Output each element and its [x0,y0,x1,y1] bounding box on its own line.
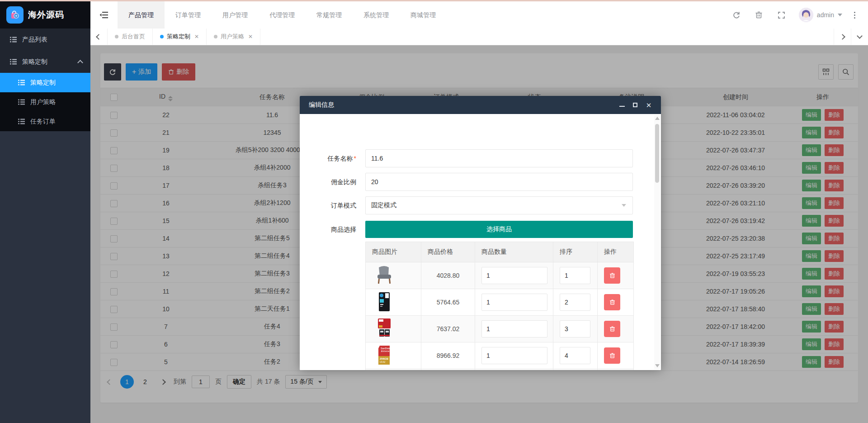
product-select-label: 商品选择 [300,221,362,238]
tab-close-icon[interactable]: ✕ [248,33,253,40]
maximize-icon[interactable] [633,103,637,107]
tab-close-icon[interactable]: ✕ [194,33,199,40]
product-sort-input[interactable] [560,320,590,337]
tab-strategy-custom[interactable]: 策略定制✕ [153,29,207,45]
sidebar-item-product-list[interactable]: 产品列表 [0,29,90,51]
product-price: 4028.80 [421,262,475,289]
nav-item-mall-management[interactable]: 商城管理 [400,1,447,29]
svg-text:U3 A2: U3 A2 [380,361,386,363]
commission-label: 佣金比例 [300,173,362,191]
product-price: 9477.85 [421,369,475,370]
product-qty-input[interactable] [481,294,547,311]
product-qty-input[interactable] [481,320,547,337]
tab-user-strategy[interactable]: 用户策略✕ [207,29,260,45]
product-delete-button[interactable] [604,321,620,337]
top-nav-right: admin [731,8,868,22]
product-delete-button[interactable] [604,294,620,310]
modal-scrollbar[interactable] [654,115,660,369]
task-name-label: 任务名称* [300,149,362,167]
trash-icon [609,299,615,305]
nav-item-user-management[interactable]: 用户管理 [212,1,259,29]
collapse-sidebar-icon[interactable] [90,1,118,29]
select-caret-icon [622,204,626,207]
modal-header[interactable]: 编辑信息 ✕ [300,96,661,114]
product-qty-input[interactable] [481,267,547,284]
product-column-actions: 操作 [598,242,633,262]
tab-label: 用户策略 [221,33,244,41]
commission-input[interactable] [365,173,633,191]
brand-name: 海外源码 [28,9,64,21]
brand-logo-icon [6,6,24,24]
list-icon [10,59,17,65]
product-qty-input[interactable] [481,347,547,364]
product-price: 5764.65 [421,289,475,315]
more-options-icon[interactable] [854,12,855,19]
top-nav: 产品管理订单管理用户管理代理管理常规管理系统管理商城管理 [90,1,868,29]
sidebar-submenu: 策略定制用户策略任务订单 [0,73,90,131]
svg-text:Extreme: Extreme [381,350,390,352]
trash-icon [609,326,615,332]
nav-item-product-management[interactable]: 产品管理 [118,1,165,29]
nav-item-general-management[interactable]: 常规管理 [306,1,353,29]
user-caret-icon [838,14,842,16]
product-column-sort: 排序 [553,242,598,262]
sidebar-group-strategy-custom-group[interactable]: 策略定制 [0,51,90,73]
chevron-up-icon [77,60,83,66]
product-table-body: 4028.805764.657637.02SanDiskExtreme256GB… [366,262,633,370]
tabs-menu-dropdown[interactable] [851,29,868,45]
list-icon [18,99,25,105]
tab-home[interactable]: 后台首页 [108,29,153,45]
side-menu: 产品列表策略定制策略定制用户策略任务订单 [0,29,90,131]
tabs-scroll-right[interactable] [834,29,851,45]
product-delete-button[interactable] [604,347,620,364]
scroll-up-icon[interactable] [655,117,660,120]
required-asterisk: * [354,155,356,162]
nav-item-agent-management[interactable]: 代理管理 [259,1,306,29]
nav-item-order-management[interactable]: 订单管理 [165,1,212,29]
product-sort-input[interactable] [560,294,590,311]
product-image-red-memory-kit [372,318,396,340]
product-row: 4028.80 [366,262,633,289]
product-sort-input[interactable] [560,267,590,284]
order-mode-select[interactable]: 固定模式 [365,196,633,214]
user-menu[interactable]: admin [799,8,842,22]
tab-label: 后台首页 [122,33,145,41]
tab-status-dot [115,35,118,38]
select-product-button[interactable]: 选择商品 [365,221,633,238]
fullscreen-icon[interactable] [776,10,787,20]
minimize-icon[interactable] [619,103,625,107]
scroll-thumb[interactable] [655,124,659,183]
nav-item-system-management[interactable]: 系统管理 [353,1,400,29]
product-image-sandisk-extreme: SanDiskExtreme256GBU3 A2 [372,345,396,367]
product-price: 8966.92 [421,342,475,369]
trash-icon [609,352,615,359]
task-name-input[interactable] [365,149,633,167]
modal-body: 任务名称* 佣金比例 订单模式 固定模式 商品选择 选择商品 商品图片 商品价格… [300,114,661,370]
close-icon[interactable]: ✕ [646,102,652,108]
product-delete-button[interactable] [604,267,620,284]
clear-cache-trash-icon[interactable] [754,10,764,20]
list-icon [10,37,17,43]
product-row: 5764.65 [366,289,633,316]
scroll-down-icon[interactable] [655,364,660,367]
edit-modal: 编辑信息 ✕ 任务名称* 佣金比例 订单模式 固定模式 商品选择 选择商品 商 [300,96,661,370]
product-row: SanDiskExtreme256GBU3 A28966.92 [366,342,633,369]
tabs-scroll-left[interactable] [90,29,108,45]
sidebar-subitem-label: 策略定制 [30,79,56,87]
tab-status-dot [160,35,164,38]
refresh-icon[interactable] [731,10,742,20]
sidebar-item-label: 产品列表 [22,36,47,44]
list-icon [18,119,25,124]
sidebar-subitem-task-orders[interactable]: 任务订单 [0,112,90,131]
sidebar-subitem-strategy-custom[interactable]: 策略定制 [0,73,90,92]
tab-bar: 后台首页策略定制✕用户策略✕ [90,29,868,45]
sidebar-group-label: 策略定制 [22,58,47,66]
product-row: 9477.85 [366,369,633,370]
logo: 海外源码 [0,1,90,29]
product-image-hp-ink [372,291,396,314]
product-column-price: 商品价格 [421,242,475,262]
top-progress-strip [0,0,868,1]
sidebar-subitem-user-strategy[interactable]: 用户策略 [0,92,90,112]
product-sort-input[interactable] [560,347,590,364]
top-nav-items: 产品管理订单管理用户管理代理管理常规管理系统管理商城管理 [118,1,447,29]
